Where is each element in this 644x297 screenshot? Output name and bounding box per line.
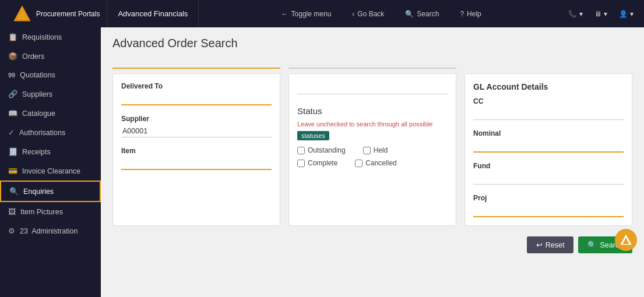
- cancelled-checkbox-label[interactable]: Cancelled: [355, 159, 396, 167]
- user-btn[interactable]: 👤 ▾: [614, 8, 638, 20]
- page-title: Advanced Order Search: [101, 27, 644, 56]
- brand-label: Procurement Portals: [36, 10, 100, 18]
- search-btn[interactable]: 🔍 Search: [400, 8, 444, 20]
- authorisations-icon: ✓: [8, 128, 15, 137]
- cc-input[interactable]: [473, 108, 624, 120]
- topnav-center: ← Toggle menu ‹ Go Back 🔍 Search ? Help: [199, 8, 564, 20]
- toggle-menu-btn[interactable]: ← Toggle menu: [277, 8, 336, 20]
- quotations-icon: 99: [8, 72, 15, 79]
- item-label: Item: [121, 147, 272, 155]
- go-back-btn[interactable]: ‹ Go Back: [347, 8, 389, 20]
- receipts-icon: 🧾: [8, 147, 17, 156]
- gl-title: GL Account Details: [473, 82, 624, 91]
- requisitions-icon: 📋: [8, 33, 17, 41]
- status-card: Status Leave unchecked to search through…: [288, 73, 456, 226]
- sidebar-item-label: Receipts: [22, 148, 51, 156]
- search-btn-icon: 🔍: [587, 241, 597, 249]
- sidebar-item-label: Authorisations: [19, 129, 65, 137]
- bottom-area: ↩ Reset 🔍 Search: [101, 232, 644, 258]
- section-label: Advanced Financials: [107, 0, 199, 27]
- sidebar-item-receipts[interactable]: 🧾 Receipts: [0, 142, 101, 161]
- chevron-down-icon: ▾: [579, 10, 583, 18]
- search-icon: 🔍: [405, 10, 414, 18]
- sidebar-item-authorisations[interactable]: ✓ Authorisations: [0, 123, 101, 142]
- help-btn[interactable]: ? Help: [455, 8, 485, 20]
- reset-button[interactable]: ↩ Reset: [527, 236, 574, 253]
- sidebar-item-enquiries[interactable]: 🔍 Enquiries: [0, 181, 101, 202]
- complete-checkbox-label[interactable]: Complete: [297, 159, 337, 167]
- sidebar-item-catalogue[interactable]: 📖 Catalogue: [0, 104, 101, 123]
- layout: 📋 Requisitions 📦 Orders 99 Quotations 🔗 …: [0, 27, 644, 297]
- reset-icon: ↩: [536, 241, 543, 249]
- gl-account-card: GL Account Details CC Nominal Fund Proj: [464, 73, 632, 226]
- svg-marker-0: [14, 6, 30, 21]
- sidebar-item-quotations[interactable]: 99 Quotations: [0, 66, 101, 84]
- sidebar-item-label: Item Pictures: [20, 208, 63, 216]
- sidebar-item-administration[interactable]: ⚙ 23 Administration: [0, 221, 101, 241]
- user-icon: 👤: [619, 10, 628, 18]
- sidebar-item-label: Catalogue: [22, 109, 55, 118]
- delivered-to-label: Delivered To: [121, 82, 272, 90]
- phone-icon: 📞: [568, 10, 577, 18]
- topnav-right: 📞 ▾ 🖥 ▾ 👤 ▾: [564, 8, 638, 20]
- fund-label: Fund: [473, 162, 624, 170]
- status-badge: statuses: [297, 131, 329, 140]
- partial-input-2[interactable]: [288, 56, 456, 69]
- nominal-label: Nominal: [473, 129, 624, 137]
- item-pictures-icon: 🖼: [8, 207, 16, 216]
- main-content: Advanced Order Search Delivered To Suppl…: [101, 27, 644, 297]
- supplier-input[interactable]: [121, 125, 272, 137]
- bottom-bar: ↩ Reset 🔍 Search: [101, 232, 644, 258]
- held-checkbox[interactable]: [363, 147, 371, 154]
- orders-icon: 📦: [8, 52, 17, 61]
- sidebar-item-item-pictures[interactable]: 🖼 Item Pictures: [0, 202, 101, 221]
- proj-input[interactable]: [473, 204, 624, 217]
- cancelled-checkbox[interactable]: [355, 160, 363, 167]
- partial-col3: [464, 56, 632, 69]
- suppliers-icon: 🔗: [8, 90, 17, 98]
- monitor-icon: 🖥: [594, 10, 601, 18]
- sidebar-item-label: 23 Administration: [20, 227, 78, 235]
- outstanding-checkbox[interactable]: [297, 147, 305, 154]
- sidebar-item-label: Invoice Clearance: [22, 167, 80, 175]
- cc-label: CC: [473, 97, 624, 105]
- administration-icon: ⚙: [8, 227, 15, 235]
- partial-input-1[interactable]: [112, 56, 280, 69]
- logo-area[interactable]: Procurement Portals: [6, 0, 107, 27]
- phone-btn[interactable]: 📞 ▾: [564, 8, 587, 20]
- supplier-label: Supplier: [121, 115, 272, 123]
- sidebar-item-requisitions[interactable]: 📋 Requisitions: [0, 27, 101, 47]
- catalogue-icon: 📖: [8, 109, 17, 118]
- chevron-down-icon3: ▾: [630, 10, 634, 18]
- sidebar-item-invoice-clearance[interactable]: 💳 Invoice Clearance: [0, 161, 101, 181]
- held-checkbox-label[interactable]: Held: [363, 146, 388, 154]
- checkbox-row-1: Outstanding Held: [297, 146, 448, 154]
- logo-circle-icon: [620, 234, 632, 246]
- logo-circle-btn[interactable]: [615, 229, 637, 251]
- proj-label: Proj: [473, 194, 624, 202]
- help-icon: ?: [460, 10, 464, 18]
- cards-area: Delivered To Supplier Item Status Leave …: [101, 73, 644, 232]
- partial-top-row: [101, 56, 644, 69]
- item-input[interactable]: [121, 157, 272, 170]
- logo-icon: [13, 5, 31, 23]
- fund-input[interactable]: [473, 172, 624, 185]
- sidebar-item-label: Requisitions: [22, 33, 62, 41]
- sidebar-item-orders[interactable]: 📦 Orders: [0, 47, 101, 66]
- sidebar-item-suppliers[interactable]: 🔗 Suppliers: [0, 84, 101, 104]
- enquiries-icon: 🔍: [9, 187, 19, 196]
- chevron-left-icon: ‹: [352, 10, 354, 18]
- invoice-icon: 💳: [8, 167, 17, 175]
- col2-top-input[interactable]: [297, 82, 448, 94]
- display-btn[interactable]: 🖥 ▾: [590, 8, 612, 20]
- partial-col1: [112, 56, 280, 69]
- partial-col2: [288, 56, 456, 69]
- topnav: Procurement Portals Advanced Financials …: [0, 0, 644, 27]
- nominal-input[interactable]: [473, 140, 624, 153]
- outstanding-checkbox-label[interactable]: Outstanding: [297, 146, 346, 154]
- delivered-to-input[interactable]: [121, 93, 272, 105]
- sidebar-item-label: Enquiries: [23, 188, 54, 196]
- sidebar-item-label: Suppliers: [22, 90, 52, 98]
- complete-checkbox[interactable]: [297, 160, 305, 167]
- status-title: Status: [297, 106, 448, 116]
